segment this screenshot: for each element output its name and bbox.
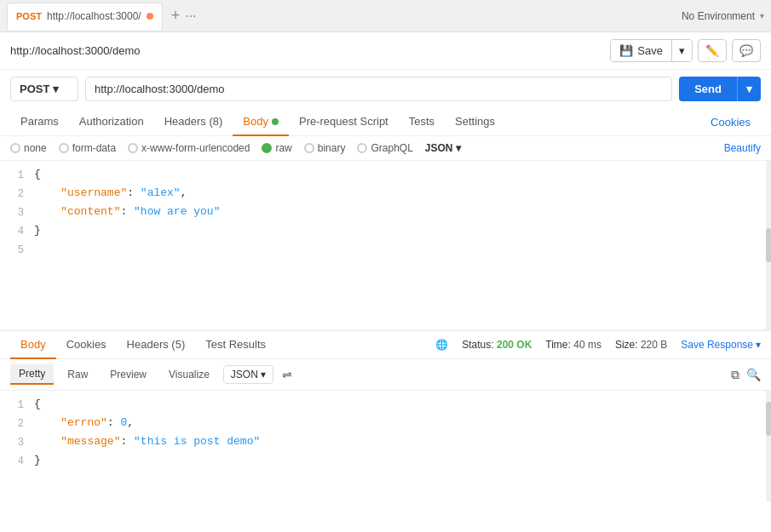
format-tab-preview[interactable]: Preview <box>101 365 155 384</box>
request-line-2: 2 "username": "alex", <box>0 186 771 205</box>
beautify-button[interactable]: Beautify <box>724 142 761 154</box>
line-content-2: "username": "alex", <box>34 186 771 199</box>
time-label: Time: 40 ms <box>545 339 601 351</box>
response-json-label: JSON <box>231 369 258 380</box>
response-code-editor[interactable]: 1 { 2 "errno": 0, 3 "message": "this is … <box>0 391 771 501</box>
request-scroll-thumb[interactable] <box>766 228 771 262</box>
status-label: Status: 200 OK <box>462 339 532 351</box>
send-dropdown-button[interactable]: ▾ <box>737 77 761 101</box>
tab-tests[interactable]: Tests <box>399 108 445 136</box>
cookies-link[interactable]: Cookies <box>700 109 761 137</box>
tab-prerequest[interactable]: Pre-request Script <box>289 108 399 136</box>
resp-line-content-3: "message": "this is post demo" <box>34 435 771 448</box>
option-graphql[interactable]: GraphQL <box>357 142 412 154</box>
tab-authorization[interactable]: Authorization <box>69 108 154 136</box>
response-json-chevron-icon: ▾ <box>261 369 266 380</box>
nav-tabs: Params Authorization Headers (8) Body Pr… <box>0 108 771 136</box>
save-response-button[interactable]: Save Response ▾ <box>681 339 761 351</box>
option-urlencoded-label: x-www-form-urlencoded <box>141 142 250 154</box>
request-code-editor[interactable]: 1 { 2 "username": "alex", 3 "content": "… <box>0 161 771 331</box>
body-dot <box>272 118 279 125</box>
response-status: 🌐 Status: 200 OK Time: 40 ms Size: 220 B… <box>435 339 761 351</box>
method-label: POST <box>20 83 49 95</box>
save-response-chevron-icon: ▾ <box>756 339 761 351</box>
save-button-main[interactable]: 💾 Save <box>611 40 671 61</box>
line-content-3: "content": "how are you" <box>34 205 771 218</box>
response-json-select[interactable]: JSON ▾ <box>223 365 273 384</box>
status-size: 220 B <box>641 339 667 351</box>
response-line-2: 2 "errno": 0, <box>0 416 771 435</box>
environment-selector[interactable]: No Environment <box>682 10 755 22</box>
filter-icon[interactable]: ⇌ <box>282 368 292 381</box>
request-line-1: 1 { <box>0 168 771 186</box>
option-urlencoded[interactable]: x-www-form-urlencoded <box>128 142 250 154</box>
option-raw-label: raw <box>275 142 291 154</box>
add-tab-button[interactable]: + <box>166 7 186 25</box>
option-binary[interactable]: binary <box>304 142 346 154</box>
active-tab[interactable]: POST http://localhost:3000/ <box>7 3 163 30</box>
option-formdata[interactable]: form-data <box>59 142 116 154</box>
json-format-select[interactable]: JSON ▾ <box>425 142 461 154</box>
tab-bar: POST http://localhost:3000/ + ··· No Env… <box>0 0 771 32</box>
response-tab-testresults[interactable]: Test Results <box>195 331 276 359</box>
format-tab-raw[interactable]: Raw <box>59 365 96 384</box>
radio-formdata <box>59 143 69 153</box>
edit-icon-button[interactable]: ✏️ <box>698 39 727 62</box>
response-tab-cookies[interactable]: Cookies <box>56 331 117 359</box>
option-none[interactable]: none <box>10 142 47 154</box>
response-code-lines: 1 { 2 "errno": 0, 3 "message": "this is … <box>0 391 771 479</box>
line-num-5: 5 <box>0 243 34 256</box>
request-scroll-track[interactable] <box>766 161 771 329</box>
response-nav: Body Cookies Headers (5) Test Results 🌐 … <box>0 331 771 359</box>
send-button-main[interactable]: Send <box>679 77 737 101</box>
method-chevron-icon: ▾ <box>53 83 59 95</box>
response-scroll-track[interactable] <box>766 391 771 501</box>
env-chevron-icon: ▾ <box>760 11 764 20</box>
request-line-5: 5 <box>0 243 771 261</box>
request-line-3: 3 "content": "how are you" <box>0 205 771 224</box>
save-button-group[interactable]: 💾 Save ▾ <box>610 39 693 62</box>
tab-body[interactable]: Body <box>233 108 289 136</box>
resp-line-num-3: 3 <box>0 435 34 449</box>
address-url: http://localhost:3000/demo <box>10 44 141 57</box>
resp-line-content-1: { <box>34 398 771 410</box>
response-tab-headers[interactable]: Headers (5) <box>117 331 196 359</box>
option-raw[interactable]: raw <box>262 142 291 154</box>
save-response-label: Save Response <box>681 339 753 351</box>
resp-line-num-4: 4 <box>0 454 34 467</box>
response-scroll-thumb[interactable] <box>766 402 771 436</box>
url-input[interactable] <box>85 77 672 101</box>
format-tab-pretty[interactable]: Pretty <box>10 364 54 385</box>
response-line-4: 4 } <box>0 454 771 472</box>
address-bar: http://localhost:3000/demo 💾 Save ▾ ✏️ 💬 <box>0 32 771 70</box>
method-select[interactable]: POST ▾ <box>10 77 78 101</box>
request-code-lines: 1 { 2 "username": "alex", 3 "content": "… <box>0 161 771 268</box>
send-button-group[interactable]: Send ▾ <box>679 77 761 101</box>
response-line-3: 3 "message": "this is post demo" <box>0 435 771 454</box>
response-tab-body[interactable]: Body <box>10 331 56 359</box>
option-binary-label: binary <box>318 142 346 154</box>
tab-settings[interactable]: Settings <box>445 108 505 136</box>
line-num-1: 1 <box>0 168 34 181</box>
comment-icon-button[interactable]: 💬 <box>732 39 761 62</box>
save-dropdown-button[interactable]: ▾ <box>671 40 692 61</box>
radio-raw <box>262 143 272 153</box>
address-actions: 💾 Save ▾ ✏️ 💬 <box>610 39 761 62</box>
line-num-2: 2 <box>0 186 34 200</box>
search-icon[interactable]: 🔍 <box>746 368 761 381</box>
status-ok: 200 OK <box>497 339 532 351</box>
tab-bar-right: No Environment ▾ <box>682 10 764 22</box>
resp-line-content-4: } <box>34 454 771 466</box>
copy-icon[interactable]: ⧉ <box>731 368 739 382</box>
radio-binary <box>304 143 314 153</box>
tab-params[interactable]: Params <box>10 108 69 136</box>
line-num-3: 3 <box>0 205 34 219</box>
more-tabs-button[interactable]: ··· <box>185 9 196 24</box>
line-content-1: { <box>34 168 771 180</box>
resp-line-num-1: 1 <box>0 398 34 411</box>
response-line-1: 1 { <box>0 398 771 416</box>
format-tab-visualize[interactable]: Visualize <box>160 365 218 384</box>
save-label: Save <box>637 44 663 57</box>
json-chevron-icon: ▾ <box>456 142 461 154</box>
tab-headers[interactable]: Headers (8) <box>154 108 233 136</box>
